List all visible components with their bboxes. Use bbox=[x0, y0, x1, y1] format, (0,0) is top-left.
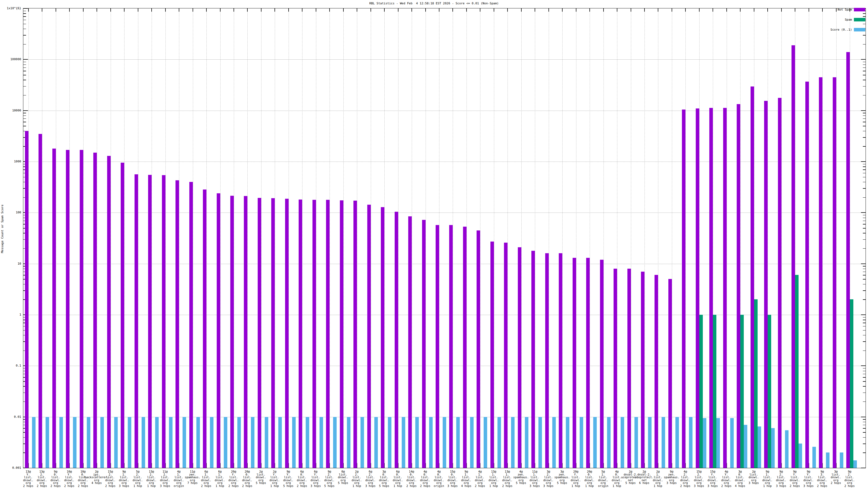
vertical-gridline bbox=[426, 8, 426, 468]
x-tick-top bbox=[97, 8, 97, 12]
x-tick-top bbox=[220, 8, 220, 12]
y-axis-title: Message Count or Spam Score bbox=[1, 226, 4, 253]
not-spam-bar bbox=[572, 258, 576, 468]
x-tick-top bbox=[234, 8, 234, 12]
y-major-tick-right bbox=[861, 468, 866, 468]
score-bar bbox=[183, 417, 186, 468]
y-major-tick-right bbox=[861, 110, 866, 111]
score-bar bbox=[675, 417, 679, 468]
y-minor-tick-right bbox=[863, 71, 866, 71]
x-tick-top bbox=[754, 8, 754, 12]
score-bar bbox=[484, 417, 487, 468]
not-spam-bar bbox=[764, 101, 768, 468]
not-spam-bar bbox=[819, 77, 823, 468]
x-tick-top bbox=[480, 8, 480, 12]
y-minor-tick-right bbox=[863, 330, 866, 331]
vertical-gridline bbox=[603, 8, 604, 468]
x-tick-top bbox=[247, 8, 248, 12]
score-bar bbox=[634, 417, 638, 468]
x-tick-top bbox=[138, 8, 138, 12]
x-tick-top bbox=[439, 8, 439, 12]
not-spam-bar bbox=[230, 196, 234, 468]
vertical-gridline bbox=[535, 8, 535, 468]
y-minor-tick-left bbox=[23, 16, 26, 17]
y-axis-tick-label: 10 bbox=[0, 262, 21, 265]
vertical-gridline bbox=[412, 8, 412, 468]
x-tick-top bbox=[371, 8, 371, 12]
vertical-gridline bbox=[562, 8, 563, 468]
x-tick-top bbox=[316, 8, 316, 12]
score-bar bbox=[744, 425, 747, 468]
score-bar bbox=[415, 417, 419, 468]
y-minor-tick-right bbox=[863, 126, 866, 126]
score-bar bbox=[196, 417, 200, 468]
x-tick-top bbox=[521, 8, 522, 12]
y-minor-tick-left bbox=[23, 86, 26, 87]
vertical-gridline bbox=[781, 8, 782, 468]
not-spam-bar bbox=[80, 150, 83, 468]
score-bar bbox=[511, 417, 515, 468]
score-bar bbox=[278, 417, 282, 468]
not-spam-bar bbox=[176, 180, 179, 468]
y-minor-tick-right bbox=[863, 368, 866, 369]
score-bar bbox=[552, 417, 556, 468]
score-bar bbox=[306, 417, 309, 468]
y-minor-tick-right bbox=[863, 224, 866, 225]
not-spam-bar bbox=[25, 131, 29, 468]
score-bar bbox=[73, 417, 76, 468]
not-spam-bar bbox=[559, 253, 562, 468]
y-minor-tick-right bbox=[863, 284, 866, 285]
y-minor-tick-right bbox=[863, 182, 866, 183]
y-minor-tick-right bbox=[863, 453, 866, 453]
not-spam-bar bbox=[38, 134, 42, 468]
y-minor-tick-right bbox=[863, 419, 866, 420]
x-tick-top bbox=[56, 8, 56, 12]
score-bar bbox=[799, 444, 802, 468]
x-tick-top bbox=[603, 8, 604, 12]
y-minor-tick-right bbox=[863, 137, 866, 138]
y-minor-tick-left bbox=[23, 95, 26, 96]
vertical-gridline bbox=[357, 8, 357, 468]
y-minor-tick-right bbox=[863, 75, 866, 75]
y-minor-tick-right bbox=[863, 275, 866, 275]
spam-bar bbox=[699, 315, 703, 468]
not-spam-bar bbox=[381, 207, 384, 468]
y-minor-tick-right bbox=[863, 80, 866, 80]
y-axis-tick-label: 0.01 bbox=[0, 415, 21, 418]
chart-title: RBL Statistics - Wed Feb 4 12:58:18 EST … bbox=[0, 2, 868, 5]
not-spam-bar bbox=[217, 193, 220, 468]
not-spam-bar bbox=[107, 156, 111, 468]
y-minor-tick-right bbox=[863, 218, 866, 218]
score-bar bbox=[237, 417, 241, 468]
y-major-tick-left bbox=[23, 8, 28, 9]
y-minor-tick-left bbox=[23, 44, 26, 45]
x-tick-top bbox=[562, 8, 563, 12]
x-tick-top bbox=[302, 8, 303, 12]
y-minor-tick-left bbox=[23, 126, 26, 126]
x-axis-tick-label: 9@ 2. list. dnswl. org 2 hops bbox=[827, 470, 868, 487]
score-bar bbox=[826, 453, 830, 468]
score-bar bbox=[292, 417, 296, 468]
y-minor-tick-right bbox=[863, 166, 866, 167]
y-minor-tick-right bbox=[863, 401, 866, 402]
vertical-gridline bbox=[439, 8, 439, 468]
y-major-tick-right bbox=[861, 315, 866, 315]
y-major-tick-left bbox=[23, 59, 28, 60]
y-minor-tick-left bbox=[23, 75, 26, 75]
not-spam-bar bbox=[326, 200, 330, 468]
not-spam-bar bbox=[504, 242, 507, 468]
not-spam-bar bbox=[148, 175, 152, 468]
y-axis-tick-label: 10000 bbox=[0, 109, 21, 112]
score-bar bbox=[840, 453, 843, 468]
y-minor-tick-right bbox=[863, 65, 866, 65]
score-bar bbox=[648, 417, 652, 468]
y-minor-tick-right bbox=[863, 437, 866, 438]
vertical-gridline bbox=[658, 8, 658, 468]
y-minor-tick-right bbox=[863, 62, 866, 62]
score-bar bbox=[169, 417, 173, 468]
x-tick-top bbox=[672, 8, 672, 12]
not-spam-bar bbox=[476, 230, 480, 468]
legend-label: Spam bbox=[845, 18, 852, 22]
vertical-gridline bbox=[576, 8, 577, 468]
not-spam-bar bbox=[93, 153, 97, 468]
